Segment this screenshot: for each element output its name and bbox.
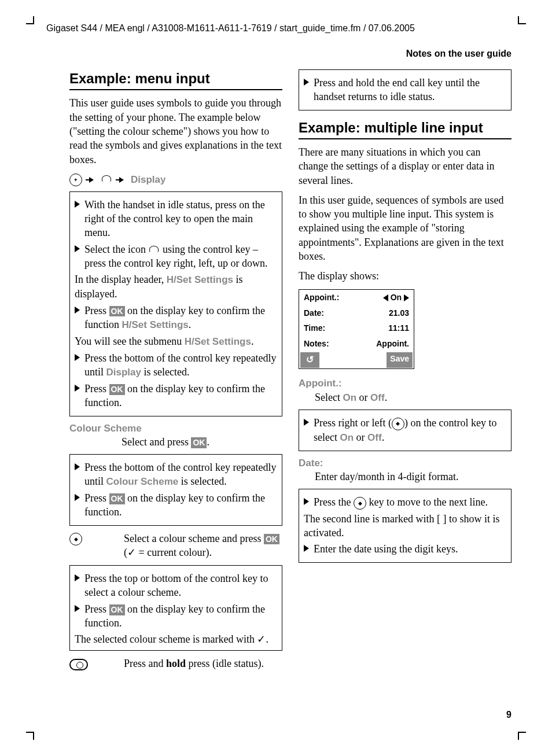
bullet-text: Press OK on the display key to confirm t… <box>84 602 277 630</box>
date-block: Date: Enter day/month in 4-digit format. <box>299 457 511 484</box>
ok-key: OK <box>109 384 125 395</box>
box-text: The second line is marked with [ ] to sh… <box>304 512 506 540</box>
explanation-box-5: Press right or left (◆) on the control k… <box>299 410 511 451</box>
bullet-text: With the handset in idle status, press o… <box>84 198 277 240</box>
subhead-label: Colour Scheme <box>69 422 282 436</box>
content: Example: menu input This user guide uses… <box>69 69 511 698</box>
bullet-icon <box>75 385 80 392</box>
explanation-box-4: Press and hold the end call key until th… <box>299 69 511 110</box>
box-text: The selected colour scheme is marked wit… <box>75 632 277 646</box>
paragraph: The display shows: <box>299 269 511 283</box>
bullet-icon <box>75 494 80 501</box>
box-text: In the display header, H/Set Settings is… <box>75 272 277 301</box>
bullet-text: Select the icon using the control key – … <box>84 242 277 271</box>
path-label: Display <box>131 174 165 187</box>
bullet-text: Press right or left (◆) on the control k… <box>314 416 506 445</box>
bullet-icon <box>75 463 80 470</box>
paragraph: In this user guide, sequences of symbols… <box>299 193 511 263</box>
ok-key: OK <box>109 604 125 615</box>
end-call-key-icon <box>69 659 88 670</box>
display-label: Date: <box>304 308 324 319</box>
control-key-icon: ◆ <box>69 533 82 545</box>
bullet-icon <box>75 574 80 581</box>
arrow-icon <box>89 177 94 183</box>
page-number: 9 <box>506 709 511 721</box>
explanation-box-1: With the handset in idle status, press o… <box>69 191 282 416</box>
check-icon: ✓ <box>257 633 266 645</box>
bullet-icon <box>75 605 80 612</box>
definition-text: Select a colour scheme and press OK (✓ =… <box>124 532 282 560</box>
ok-key: OK <box>109 306 125 317</box>
bullet-text: Press the bottom of the control key repe… <box>84 460 277 489</box>
back-softkey: ↺ <box>300 352 319 368</box>
display-label: Appoint.: <box>304 292 339 303</box>
doc-header: Gigaset S44 / MEA engl / A31008-M1611-A6… <box>46 22 506 35</box>
subhead-label: Date: <box>299 457 511 470</box>
explanation-box-2: Press the bottom of the control key repe… <box>69 454 282 526</box>
bullet-icon <box>304 79 309 86</box>
menu-path: ✦ Display <box>69 174 282 187</box>
subhead-text: Select and press OK. <box>122 435 282 449</box>
bullet-icon <box>304 545 309 552</box>
subhead-text: Select On or Off. <box>315 390 511 405</box>
definition-text: Press and hold press (idle status). <box>124 657 282 670</box>
paragraph: There are many situations in which you c… <box>299 145 511 187</box>
definition-row: Press and hold press (idle status). <box>69 657 282 670</box>
definition-row: ◆ Select a colour scheme and press OK (✓… <box>69 532 282 560</box>
bullet-text: Press the top or bottom of the control k… <box>84 571 277 600</box>
appoint-block: Appoint.: Select On or Off. <box>299 377 511 405</box>
display-value: Appoint. <box>376 338 409 349</box>
heading-menu-input: Example: menu input <box>69 69 282 90</box>
handset-icon <box>148 245 160 256</box>
handset-icon <box>101 174 112 186</box>
bullet-icon <box>75 245 80 252</box>
left-arrow-icon <box>383 294 388 301</box>
bullet-icon <box>304 419 309 426</box>
ok-key: OK <box>109 493 125 504</box>
colour-scheme-block: Colour Scheme Select and press OK. <box>69 422 282 449</box>
bullet-icon <box>75 307 80 314</box>
section-header: Notes on the user guide <box>406 47 511 60</box>
bullet-icon <box>304 498 309 505</box>
display-label: Notes: <box>304 338 329 349</box>
heading-multiline: Example: multiple line input <box>299 119 511 139</box>
phone-display: Appoint.: On Date:21.03 Time:11:11 Notes… <box>299 289 414 369</box>
control-key-icon: ◆ <box>392 418 404 430</box>
box-text: You will see the submenu H/Set Settings. <box>75 334 277 349</box>
bullet-text: Press the bottom of the control key repe… <box>84 351 277 379</box>
bullet-text: Press OK on the display key to confirm t… <box>84 382 277 410</box>
intro-paragraph: This user guide uses symbols to guide yo… <box>69 96 282 166</box>
right-arrow-icon <box>404 294 409 301</box>
check-icon: ✓ <box>127 547 136 558</box>
ok-key: OK <box>191 437 207 448</box>
display-value: 11:11 <box>388 323 409 334</box>
explanation-box-3: Press the top or bottom of the control k… <box>69 565 282 650</box>
bullet-icon <box>75 354 80 361</box>
subhead-label: Appoint.: <box>299 377 511 390</box>
control-key-icon: ◆ <box>354 497 366 510</box>
control-key-icon: ✦ <box>69 174 82 186</box>
bullet-text: Enter the date using the digit keys. <box>314 542 458 556</box>
bullet-text: Press OK on the display key to confirm t… <box>84 491 277 519</box>
ok-key: OK <box>264 534 279 545</box>
bullet-text: Press the ◆ key to move to the next line… <box>314 495 488 510</box>
bullet-text: Press and hold the end call key until th… <box>314 76 506 104</box>
bullet-text: Press OK on the display key to confirm t… <box>84 304 277 332</box>
subhead-text: Enter day/month in 4-digit format. <box>315 470 511 484</box>
bullet-icon <box>75 201 80 208</box>
display-label: Time: <box>304 323 325 334</box>
arrow-icon <box>119 177 124 183</box>
explanation-box-6: Press the ◆ key to move to the next line… <box>299 489 511 563</box>
display-value: 21.03 <box>389 308 409 319</box>
display-value: On <box>383 292 409 303</box>
save-softkey: Save <box>387 352 413 368</box>
